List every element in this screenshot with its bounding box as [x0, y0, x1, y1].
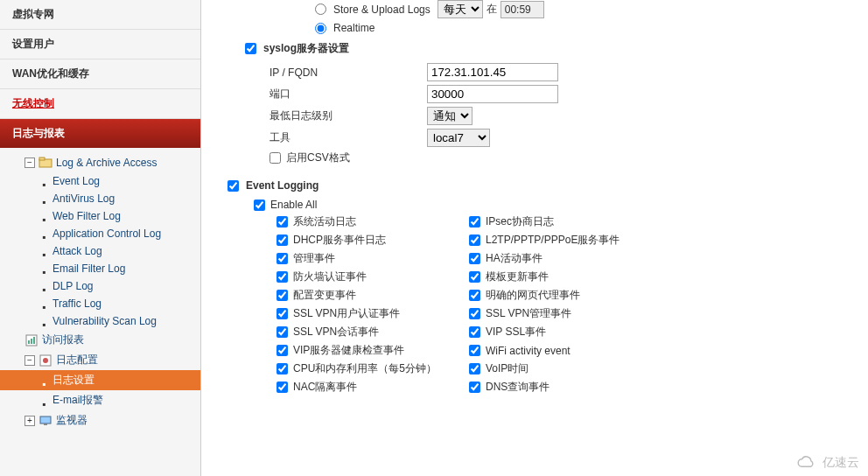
tree-item-event-log[interactable]: ▪Event Log — [0, 172, 200, 190]
evt-checkbox[interactable] — [469, 308, 480, 319]
radio-store-upload-input[interactable] — [315, 4, 326, 15]
collapse-icon[interactable]: − — [24, 355, 35, 366]
evt-checkbox[interactable] — [276, 363, 288, 374]
level-select[interactable]: 通知 — [427, 107, 472, 125]
tree-label: 访问报表 — [42, 332, 84, 347]
evt-checkbox[interactable] — [469, 216, 480, 228]
tool-label: 工具 — [270, 130, 427, 145]
bullet-icon: ▪ — [42, 318, 47, 324]
evt-checkbox[interactable] — [276, 216, 288, 228]
evt-checkbox[interactable] — [469, 345, 480, 356]
ip-label: IP / FQDN — [270, 66, 427, 79]
bullet-icon: ▪ — [42, 178, 47, 184]
event-logging-title: Event Logging — [246, 179, 318, 192]
evt-checkbox[interactable] — [469, 326, 480, 338]
event-grid: 系统活动日志 IPsec协商日志 DHCP服务事件日志 L2TP/PPTP/PP… — [228, 214, 850, 395]
tree-item-dlp-log[interactable]: ▪DLP Log — [0, 277, 200, 295]
evt-label: WiFi activity event — [486, 345, 570, 357]
radio-store-upload: Store & Upload Logs 每天 在 00:59 — [228, 0, 850, 18]
config-icon — [38, 354, 52, 368]
main-content: Store & Upload Logs 每天 在 00:59 Realtime … — [201, 0, 868, 476]
time-at-label: 在 — [486, 2, 497, 17]
radio-realtime: Realtime — [228, 22, 850, 34]
evt-webproxy: 明确的网页代理事件 — [469, 288, 662, 303]
tree-item-email-alert[interactable]: ▪E-mail报警 — [0, 390, 200, 410]
sidebar-top-vpn[interactable]: 虚拟专网 — [0, 0, 200, 30]
evt-template: 模板更新事件 — [469, 270, 662, 284]
sidebar-top-wireless[interactable]: 无线控制 — [0, 89, 200, 119]
evt-ha: HA活动事件 — [469, 251, 662, 266]
syslog-section-label: syslog服务器设置 — [263, 41, 349, 56]
evt-checkbox[interactable] — [469, 382, 480, 393]
monitor-icon — [38, 414, 52, 428]
evt-checkbox[interactable] — [276, 308, 288, 319]
sidebar-section-log-report[interactable]: 日志与报表 — [0, 119, 200, 148]
bullet-icon: ▪ — [42, 214, 47, 219]
evt-checkbox[interactable] — [469, 253, 480, 264]
cloud-icon — [794, 455, 819, 471]
evt-cpu-mem: CPU和内存利用率（每5分钟） — [276, 361, 452, 376]
evt-checkbox[interactable] — [276, 326, 288, 338]
tree-node-log-archive[interactable]: − Log & Archive Access — [0, 153, 200, 172]
watermark-text: 亿速云 — [822, 455, 859, 471]
evt-label: VIP服务器健康检查事件 — [293, 343, 404, 358]
collapse-icon[interactable]: − — [24, 158, 35, 168]
expand-icon[interactable]: + — [24, 416, 35, 426]
evt-voip: VoIP时间 — [469, 361, 662, 376]
tree-label: Log & Archive Access — [56, 157, 157, 169]
evt-label: HA活动事件 — [486, 251, 542, 266]
evt-config-change: 配置变更事件 — [276, 288, 452, 303]
syslog-enable-checkbox[interactable] — [245, 43, 256, 54]
evt-checkbox[interactable] — [469, 271, 480, 283]
evt-label: CPU和内存利用率（每5分钟） — [293, 361, 437, 376]
tree-node-access-report[interactable]: 访问报表 — [0, 330, 200, 350]
folder-icon — [38, 156, 52, 170]
tree-item-emailfilter-log[interactable]: ▪Email Filter Log — [0, 260, 200, 277]
evt-checkbox[interactable] — [276, 345, 288, 356]
evt-checkbox[interactable] — [276, 271, 288, 283]
evt-checkbox[interactable] — [276, 253, 288, 264]
port-input[interactable] — [427, 85, 558, 103]
tree-node-log-config[interactable]: − 日志配置 — [0, 350, 200, 370]
evt-l2tp: L2TP/PPTP/PPPoE服务事件 — [469, 233, 662, 248]
time-value: 00:59 — [500, 1, 544, 18]
evt-label: IPsec协商日志 — [486, 214, 554, 229]
tree-item-webfilter-log[interactable]: ▪Web Filter Log — [0, 207, 200, 225]
ip-input[interactable] — [427, 63, 558, 81]
csv-checkbox[interactable] — [270, 152, 281, 164]
port-label: 端口 — [270, 87, 427, 102]
radio-realtime-input[interactable] — [315, 23, 326, 34]
sidebar-top-user[interactable]: 设置用户 — [0, 30, 200, 60]
event-logging-checkbox[interactable] — [228, 180, 239, 192]
tool-select[interactable]: local7 — [427, 129, 490, 147]
evt-checkbox[interactable] — [469, 234, 480, 246]
tree-label: Email Filter Log — [52, 262, 125, 275]
tree-label: Attack Log — [52, 245, 102, 257]
evt-label: 管理事件 — [293, 251, 335, 266]
bullet-icon: ▪ — [42, 266, 47, 271]
evt-vipssl: VIP SSL事件 — [469, 325, 662, 340]
tree-item-log-settings[interactable]: ▪日志设置 — [0, 370, 200, 390]
bullet-icon: ▪ — [42, 398, 47, 403]
evt-checkbox[interactable] — [469, 290, 480, 301]
syslog-section-toggle: syslog服务器设置 — [228, 41, 850, 56]
sidebar-tree: − Log & Archive Access ▪Event Log ▪AntiV… — [0, 148, 200, 436]
tree-item-antivirus-log[interactable]: ▪AntiVirus Log — [0, 190, 200, 207]
svg-rect-5 — [33, 337, 35, 344]
enable-all-checkbox[interactable] — [254, 200, 265, 211]
evt-checkbox[interactable] — [276, 234, 288, 246]
tree-item-vulnscan-log[interactable]: ▪Vulnerability Scan Log — [0, 312, 200, 330]
tree-item-attack-log[interactable]: ▪Attack Log — [0, 242, 200, 260]
bullet-icon: ▪ — [42, 301, 47, 306]
evt-system-activity: 系统活动日志 — [276, 214, 452, 229]
evt-checkbox[interactable] — [469, 363, 480, 374]
tree-node-monitor[interactable]: + 监视器 — [0, 410, 200, 430]
evt-label: DHCP服务事件日志 — [293, 233, 386, 248]
evt-label: VoIP时间 — [486, 361, 528, 376]
evt-checkbox[interactable] — [276, 382, 288, 393]
evt-checkbox[interactable] — [276, 290, 288, 301]
time-frequency-select[interactable]: 每天 — [438, 0, 483, 18]
sidebar-top-wan[interactable]: WAN优化和缓存 — [0, 60, 200, 89]
tree-item-traffic-log[interactable]: ▪Traffic Log — [0, 295, 200, 312]
tree-item-appcontrol-log[interactable]: ▪Application Control Log — [0, 225, 200, 242]
